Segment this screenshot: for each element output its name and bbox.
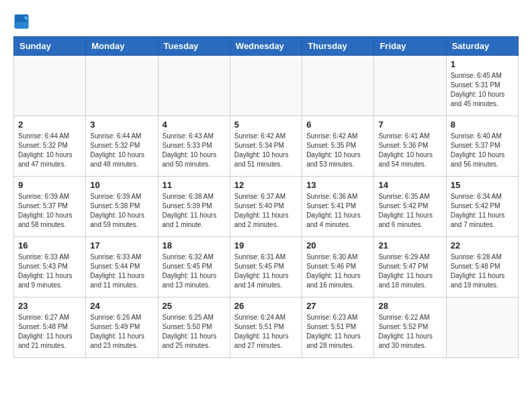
day-of-week-header: Sunday (14, 37, 86, 56)
day-number: 4 (163, 120, 226, 130)
day-info: Sunrise: 6:32 AM Sunset: 5:45 PM Dayligh… (163, 253, 226, 290)
day-info: Sunrise: 6:33 AM Sunset: 5:44 PM Dayligh… (90, 253, 153, 290)
day-info: Sunrise: 6:39 AM Sunset: 5:37 PM Dayligh… (18, 192, 81, 230)
day-number: 26 (234, 301, 298, 311)
calendar-week-row: 1Sunrise: 6:45 AM Sunset: 5:31 PM Daylig… (14, 56, 519, 116)
day-number: 1 (451, 59, 514, 69)
calendar-day-cell: 5Sunrise: 6:42 AM Sunset: 5:34 PM Daylig… (230, 116, 302, 177)
day-info: Sunrise: 6:42 AM Sunset: 5:34 PM Dayligh… (234, 132, 298, 169)
calendar-day-cell: 7Sunrise: 6:41 AM Sunset: 5:36 PM Daylig… (374, 116, 446, 177)
logo-icon (13, 13, 30, 30)
calendar-week-row: 9Sunrise: 6:39 AM Sunset: 5:37 PM Daylig… (14, 177, 519, 237)
day-info: Sunrise: 6:28 AM Sunset: 5:48 PM Dayligh… (451, 253, 514, 290)
day-number: 21 (378, 240, 441, 250)
day-number: 7 (378, 120, 441, 130)
calendar-day-cell: 22Sunrise: 6:28 AM Sunset: 5:48 PM Dayli… (446, 237, 518, 298)
day-of-week-header: Saturday (446, 37, 518, 56)
day-number: 17 (90, 240, 153, 250)
day-info: Sunrise: 6:44 AM Sunset: 5:32 PM Dayligh… (90, 132, 153, 169)
day-number: 5 (234, 120, 298, 130)
calendar-day-cell: 12Sunrise: 6:37 AM Sunset: 5:40 PM Dayli… (230, 177, 302, 237)
calendar-day-cell: 23Sunrise: 6:27 AM Sunset: 5:48 PM Dayli… (14, 298, 86, 358)
calendar-day-cell: 10Sunrise: 6:39 AM Sunset: 5:38 PM Dayli… (86, 177, 158, 237)
day-number: 14 (378, 180, 441, 190)
calendar-day-cell: 27Sunrise: 6:23 AM Sunset: 5:51 PM Dayli… (302, 298, 374, 358)
calendar-week-row: 2Sunrise: 6:44 AM Sunset: 5:32 PM Daylig… (14, 116, 519, 177)
calendar-day-cell: 3Sunrise: 6:44 AM Sunset: 5:32 PM Daylig… (86, 116, 158, 177)
calendar-day-cell: 8Sunrise: 6:40 AM Sunset: 5:37 PM Daylig… (446, 116, 518, 177)
day-info: Sunrise: 6:34 AM Sunset: 5:42 PM Dayligh… (451, 192, 514, 230)
calendar-day-cell: 9Sunrise: 6:39 AM Sunset: 5:37 PM Daylig… (14, 177, 86, 237)
calendar-day-cell: 11Sunrise: 6:38 AM Sunset: 5:39 PM Dayli… (158, 177, 230, 237)
day-info: Sunrise: 6:24 AM Sunset: 5:51 PM Dayligh… (234, 313, 298, 351)
calendar-day-cell: 26Sunrise: 6:24 AM Sunset: 5:51 PM Dayli… (230, 298, 302, 358)
day-number: 23 (18, 301, 81, 311)
calendar-day-cell (86, 56, 158, 116)
day-info: Sunrise: 6:26 AM Sunset: 5:49 PM Dayligh… (90, 313, 153, 351)
calendar-day-cell: 15Sunrise: 6:34 AM Sunset: 5:42 PM Dayli… (446, 177, 518, 237)
day-number: 8 (451, 120, 514, 130)
day-number: 3 (90, 120, 153, 130)
calendar-day-cell: 19Sunrise: 6:31 AM Sunset: 5:45 PM Dayli… (230, 237, 302, 298)
day-info: Sunrise: 6:25 AM Sunset: 5:50 PM Dayligh… (163, 313, 226, 351)
day-number: 16 (18, 240, 81, 250)
calendar-day-cell (302, 56, 374, 116)
day-number: 22 (451, 240, 514, 250)
calendar-day-cell: 25Sunrise: 6:25 AM Sunset: 5:50 PM Dayli… (158, 298, 230, 358)
day-info: Sunrise: 6:33 AM Sunset: 5:43 PM Dayligh… (18, 253, 81, 290)
calendar-day-cell: 16Sunrise: 6:33 AM Sunset: 5:43 PM Dayli… (14, 237, 86, 298)
day-of-week-header: Friday (374, 37, 446, 56)
calendar-day-cell (158, 56, 230, 116)
day-info: Sunrise: 6:41 AM Sunset: 5:36 PM Dayligh… (378, 132, 441, 169)
day-number: 28 (378, 301, 441, 311)
day-info: Sunrise: 6:30 AM Sunset: 5:46 PM Dayligh… (306, 253, 369, 290)
svg-rect-2 (15, 22, 29, 29)
day-info: Sunrise: 6:40 AM Sunset: 5:37 PM Dayligh… (451, 132, 514, 169)
calendar-table: SundayMondayTuesdayWednesdayThursdayFrid… (13, 36, 519, 358)
day-info: Sunrise: 6:37 AM Sunset: 5:40 PM Dayligh… (234, 192, 298, 230)
calendar-day-cell (446, 298, 518, 358)
calendar-day-cell: 21Sunrise: 6:29 AM Sunset: 5:47 PM Dayli… (374, 237, 446, 298)
day-number: 18 (163, 240, 226, 250)
day-info: Sunrise: 6:44 AM Sunset: 5:32 PM Dayligh… (18, 132, 81, 169)
calendar-day-cell (14, 56, 86, 116)
day-number: 24 (90, 301, 153, 311)
calendar-day-cell: 13Sunrise: 6:36 AM Sunset: 5:41 PM Dayli… (302, 177, 374, 237)
calendar-week-row: 16Sunrise: 6:33 AM Sunset: 5:43 PM Dayli… (14, 237, 519, 298)
calendar-day-cell: 28Sunrise: 6:22 AM Sunset: 5:52 PM Dayli… (374, 298, 446, 358)
calendar-day-cell: 4Sunrise: 6:43 AM Sunset: 5:33 PM Daylig… (158, 116, 230, 177)
day-info: Sunrise: 6:29 AM Sunset: 5:47 PM Dayligh… (378, 253, 441, 290)
day-number: 27 (306, 301, 369, 311)
day-info: Sunrise: 6:31 AM Sunset: 5:45 PM Dayligh… (234, 253, 298, 290)
day-info: Sunrise: 6:38 AM Sunset: 5:39 PM Dayligh… (163, 192, 226, 230)
day-info: Sunrise: 6:35 AM Sunset: 5:42 PM Dayligh… (378, 192, 441, 230)
calendar-week-row: 23Sunrise: 6:27 AM Sunset: 5:48 PM Dayli… (14, 298, 519, 358)
calendar-day-cell (374, 56, 446, 116)
calendar-day-cell: 18Sunrise: 6:32 AM Sunset: 5:45 PM Dayli… (158, 237, 230, 298)
day-number: 10 (90, 180, 153, 190)
day-info: Sunrise: 6:23 AM Sunset: 5:51 PM Dayligh… (306, 313, 369, 351)
day-number: 19 (234, 240, 298, 250)
day-of-week-header: Thursday (302, 37, 374, 56)
day-number: 11 (163, 180, 226, 190)
day-number: 25 (163, 301, 226, 311)
day-info: Sunrise: 6:45 AM Sunset: 5:31 PM Dayligh… (451, 71, 514, 109)
day-number: 9 (18, 180, 81, 190)
day-of-week-header: Tuesday (158, 37, 230, 56)
day-info: Sunrise: 6:27 AM Sunset: 5:48 PM Dayligh… (18, 313, 81, 351)
calendar-day-cell: 2Sunrise: 6:44 AM Sunset: 5:32 PM Daylig… (14, 116, 86, 177)
day-number: 20 (306, 240, 369, 250)
day-number: 12 (234, 180, 298, 190)
day-number: 2 (18, 120, 81, 130)
calendar-day-cell: 17Sunrise: 6:33 AM Sunset: 5:44 PM Dayli… (86, 237, 158, 298)
day-info: Sunrise: 6:43 AM Sunset: 5:33 PM Dayligh… (163, 132, 226, 169)
day-info: Sunrise: 6:36 AM Sunset: 5:41 PM Dayligh… (306, 192, 369, 230)
day-number: 13 (306, 180, 369, 190)
day-number: 6 (306, 120, 369, 130)
calendar-day-cell: 14Sunrise: 6:35 AM Sunset: 5:42 PM Dayli… (374, 177, 446, 237)
day-number: 15 (451, 180, 514, 190)
calendar-day-cell (230, 56, 302, 116)
calendar-header-row: SundayMondayTuesdayWednesdayThursdayFrid… (14, 37, 519, 56)
day-info: Sunrise: 6:42 AM Sunset: 5:35 PM Dayligh… (306, 132, 369, 169)
calendar-day-cell: 20Sunrise: 6:30 AM Sunset: 5:46 PM Dayli… (302, 237, 374, 298)
